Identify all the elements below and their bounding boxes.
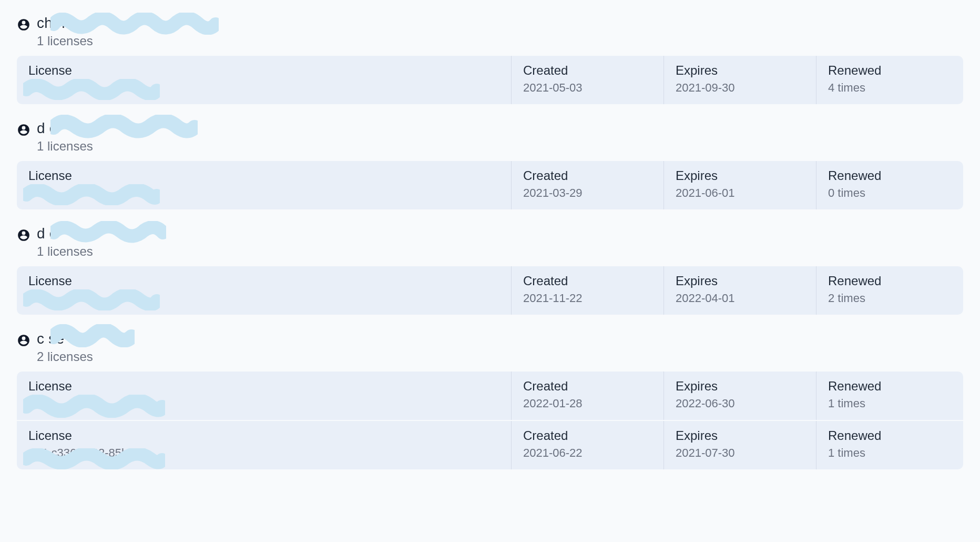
value-renewed: 0 times	[828, 186, 952, 200]
account-circle-icon	[17, 18, 30, 32]
license-row[interactable]: License Created 2021-11-22 Expires 2022-…	[17, 266, 963, 315]
user-license-count: 1 licenses	[37, 244, 93, 259]
label-expires: Expires	[676, 168, 804, 183]
label-created: Created	[523, 274, 652, 288]
cell-created: Created 2021-11-22	[511, 266, 663, 315]
label-expires: Expires	[676, 428, 804, 443]
value-created: 2021-11-22	[523, 292, 652, 305]
label-created: Created	[523, 428, 652, 443]
user-block: d e 1 licenses License Created 2021-03	[0, 120, 980, 225]
cell-renewed: Renewed 1 times	[816, 421, 963, 469]
label-created: Created	[523, 379, 652, 394]
label-license: License	[28, 274, 499, 288]
value-license: dff4-c336-cc02-85bf	[28, 446, 499, 460]
cell-license: License	[17, 56, 511, 104]
user-header: ch n 1 licenses	[17, 15, 963, 48]
account-circle-icon	[17, 123, 30, 137]
cell-created: Created 2022-01-28	[511, 372, 663, 420]
label-expires: Expires	[676, 379, 804, 394]
label-renewed: Renewed	[828, 379, 952, 394]
label-license: License	[28, 63, 499, 78]
label-renewed: Renewed	[828, 168, 952, 183]
user-name: c se	[37, 330, 93, 347]
license-card: License Created 2021-11-22 Expires 2022-…	[17, 266, 963, 315]
account-circle-icon	[17, 334, 30, 347]
value-renewed: 2 times	[828, 292, 952, 305]
value-renewed: 1 times	[828, 397, 952, 410]
user-name: d e	[37, 225, 93, 242]
cell-expires: Expires 2022-04-01	[663, 266, 816, 315]
label-created: Created	[523, 63, 652, 78]
value-expires: 2021-07-30	[676, 446, 804, 460]
user-header: d e 1 licenses	[17, 120, 963, 154]
redaction-scribble	[23, 79, 160, 100]
cell-created: Created 2021-06-22	[511, 421, 663, 469]
user-name: d e	[37, 120, 93, 137]
cell-license: License	[17, 161, 511, 209]
license-row[interactable]: License dff4-c336-cc02-85bf Created 2021…	[17, 420, 963, 469]
redaction-scribble	[23, 184, 160, 205]
value-renewed: 1 times	[828, 446, 952, 460]
user-license-count: 1 licenses	[37, 139, 93, 154]
label-renewed: Renewed	[828, 428, 952, 443]
license-row[interactable]: License Created 2022-01-28 Expires 2022-…	[17, 372, 963, 420]
value-renewed: 4 times	[828, 81, 952, 95]
cell-created: Created 2021-03-29	[511, 161, 663, 209]
cell-expires: Expires 2021-09-30	[663, 56, 816, 104]
user-license-count: 1 licenses	[37, 34, 93, 48]
user-header: c se 2 licenses	[17, 330, 963, 364]
value-created: 2021-05-03	[523, 81, 652, 95]
label-renewed: Renewed	[828, 63, 952, 78]
value-expires: 2021-09-30	[676, 81, 804, 95]
label-expires: Expires	[676, 63, 804, 78]
value-expires: 2021-06-01	[676, 186, 804, 200]
cell-license: License dff4-c336-cc02-85bf	[17, 421, 511, 469]
redaction-scribble	[23, 289, 160, 310]
account-circle-icon	[17, 228, 30, 242]
cell-expires: Expires 2022-06-30	[663, 372, 816, 420]
license-card: License Created 2021-03-29 Expires 2021-…	[17, 161, 963, 209]
user-block: d e 1 licenses License Created 2021-11-2…	[0, 225, 980, 330]
user-header: d e 1 licenses	[17, 225, 963, 259]
value-created: 2021-06-22	[523, 446, 652, 460]
user-license-count: 2 licenses	[37, 349, 93, 364]
value-created: 2021-03-29	[523, 186, 652, 200]
license-row[interactable]: License Created 2021-05-03 Expires 2021-…	[17, 56, 963, 104]
cell-license: License	[17, 372, 511, 420]
label-license: License	[28, 168, 499, 183]
label-renewed: Renewed	[828, 274, 952, 288]
cell-expires: Expires 2021-07-30	[663, 421, 816, 469]
cell-renewed: Renewed 1 times	[816, 372, 963, 420]
label-license: License	[28, 379, 499, 394]
value-expires: 2022-06-30	[676, 397, 804, 410]
value-expires: 2022-04-01	[676, 292, 804, 305]
cell-expires: Expires 2021-06-01	[663, 161, 816, 209]
redaction-scribble	[23, 395, 165, 418]
cell-created: Created 2021-05-03	[511, 56, 663, 104]
user-name: ch n	[37, 15, 93, 32]
cell-license: License	[17, 266, 511, 315]
label-license: License	[28, 428, 499, 443]
license-card: License Created 2022-01-28 Expires 2022-…	[17, 372, 963, 469]
license-card: License Created 2021-05-03 Expires 2021-…	[17, 56, 963, 104]
user-block: c se 2 licenses License Created 2022-01-…	[0, 330, 980, 469]
value-created: 2022-01-28	[523, 397, 652, 410]
cell-renewed: Renewed 2 times	[816, 266, 963, 315]
license-row[interactable]: License Created 2021-03-29 Expires 2021-…	[17, 161, 963, 209]
label-created: Created	[523, 168, 652, 183]
user-block: ch n 1 licenses License Created	[0, 15, 980, 120]
cell-renewed: Renewed 0 times	[816, 161, 963, 209]
label-expires: Expires	[676, 274, 804, 288]
cell-renewed: Renewed 4 times	[816, 56, 963, 104]
